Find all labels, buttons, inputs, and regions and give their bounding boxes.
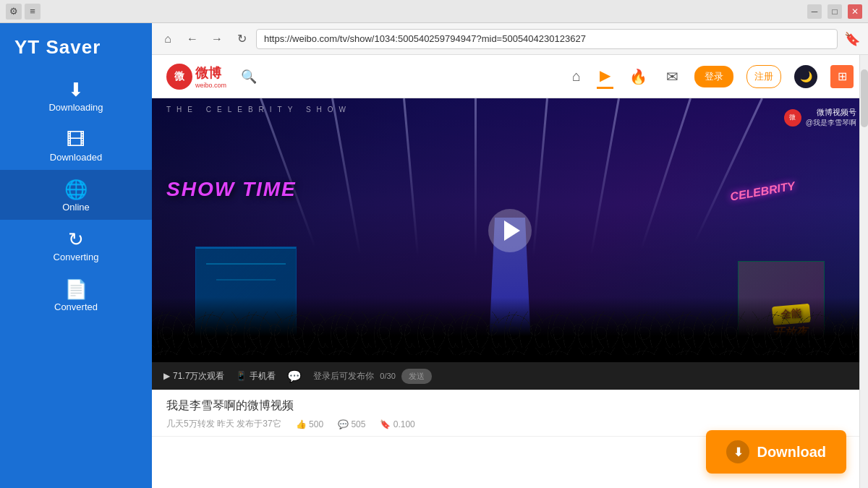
meta-shares: 几天5万转发 昨天 发布于37它	[166, 418, 281, 430]
video-watermark: 微 微博视频号 @我是李雪琴啊	[784, 107, 856, 128]
sidebar-item-converted[interactable]: 📄 Converted	[0, 270, 152, 320]
browser-toolbar: ⌂ ← → ↻ 🔖	[152, 23, 868, 55]
audience-silhouette	[152, 312, 868, 355]
mobile-view-text: 手机看	[250, 370, 276, 382]
sidebar-item-converting[interactable]: ↻ Converting	[0, 220, 152, 270]
convert-icon: ↻	[68, 230, 84, 249]
settings-icon[interactable]: ⚙	[6, 4, 22, 20]
bookmark-icon[interactable]: 🔖	[842, 29, 862, 49]
play-button[interactable]	[488, 209, 532, 252]
mobile-icon: 📱	[236, 371, 247, 381]
watermark-logo-icon: 微	[784, 109, 801, 127]
weibo-header: 微 微博 weibo.com 🔍 ⌂ ▶ 🔥 ✉ 登录 注册 🌙 ⊞	[152, 55, 868, 98]
beam-4	[475, 98, 477, 257]
weibo-hot-icon[interactable]: 🔥	[626, 65, 650, 88]
video-meta: 几天5万转发 昨天 发布于37它 👍 500 💬 505 🔖 0.100	[166, 418, 854, 430]
menu-icon[interactable]: ≡	[25, 4, 41, 20]
title-bar-icons: ⚙ ≡	[6, 4, 41, 20]
sidebar-downloaded-label: Downloaded	[50, 152, 102, 163]
download-arrow-icon: ⬇	[68, 80, 84, 99]
watermark-text-area: 微博视频号 @我是李雪琴啊	[806, 107, 856, 128]
sidebar-converted-label: Converted	[54, 301, 98, 312]
browser-area: ⌂ ← → ↻ 🔖 微 微博 weibo.com 🔍 ⌂	[152, 23, 868, 488]
home-button[interactable]: ⌂	[158, 29, 178, 49]
sidebar-item-downloaded[interactable]: 🎞 Downloaded	[0, 120, 152, 170]
scrollbar-track[interactable]	[859, 55, 868, 488]
weibo-search-icon[interactable]: 🔍	[241, 69, 257, 85]
watermark-line2: @我是李雪琴啊	[806, 118, 856, 128]
watermark-line1: 微博视频号	[806, 107, 856, 118]
play-count-icon: ▶	[163, 371, 170, 381]
close-button[interactable]: ✕	[848, 4, 862, 19]
play-triangle-icon	[504, 221, 520, 241]
film-icon: 🎞	[67, 130, 85, 149]
weibo-nav-icons: ⌂ ▶ 🔥 ✉ 登录 注册 🌙 ⊞	[569, 64, 854, 89]
forward-button[interactable]: →	[207, 29, 227, 49]
maximize-button[interactable]: □	[827, 4, 842, 19]
weibo-register-button[interactable]: 注册	[746, 65, 781, 88]
meta-bookmarks: 🔖 0.100	[380, 419, 414, 429]
comment-count: 0/30	[380, 372, 395, 380]
meta-comments: 💬 505	[338, 419, 365, 429]
weibo-home-icon[interactable]: ⌂	[569, 65, 584, 87]
download-button-label: Download	[757, 444, 826, 461]
title-bar: ⚙ ≡ ─ □ ✕	[0, 0, 868, 23]
sidebar-converting-label: Converting	[54, 252, 99, 262]
sidebar: YT Saver ⬇ Downloading 🎞 Downloaded 🌐 On…	[0, 23, 152, 488]
weibo-logo-icon: 微	[166, 64, 192, 90]
app-container: YT Saver ⬇ Downloading 🎞 Downloaded 🌐 On…	[0, 23, 868, 488]
show-time-text: SHOW TIME	[166, 178, 297, 201]
sidebar-item-online[interactable]: 🌐 Online	[0, 170, 152, 220]
weibo-sub-text: weibo.com	[195, 82, 226, 89]
show-title-text: THE CELEBRITY SHOW	[166, 106, 352, 114]
sidebar-online-label: Online	[62, 202, 90, 213]
weibo-logo-name: 微博 weibo.com	[195, 64, 226, 89]
app-logo: YT Saver	[0, 23, 152, 70]
minimize-button[interactable]: ─	[807, 4, 822, 19]
download-button[interactable]: ⬇ Download	[706, 430, 846, 474]
view-count: ▶ 71.7万次观看	[163, 370, 224, 382]
weibo-app-button[interactable]: ⊞	[830, 65, 854, 88]
meta-likes: 👍 500	[296, 419, 323, 429]
reaction-icon[interactable]: 💬	[287, 369, 302, 383]
audience-area	[152, 297, 868, 362]
globe-icon: 🌐	[64, 180, 88, 199]
weibo-mail-icon[interactable]: ✉	[663, 65, 681, 88]
sidebar-downloading-label: Downloading	[48, 102, 103, 113]
web-content: 微 微博 weibo.com 🔍 ⌂ ▶ 🔥 ✉ 登录 注册 🌙 ⊞	[152, 55, 868, 488]
download-button-icon: ⬇	[726, 440, 749, 463]
weibo-logo: 微 微博 weibo.com	[166, 64, 226, 90]
video-title: 我是李雪琴啊的微博视频	[166, 398, 854, 414]
weibo-theme-button[interactable]: 🌙	[794, 65, 817, 88]
address-bar[interactable]	[256, 29, 838, 49]
view-count-text: 71.7万次观看	[173, 370, 224, 382]
app-logo-text: YT Saver	[14, 36, 101, 58]
weibo-name-text: 微博	[195, 64, 226, 82]
refresh-button[interactable]: ↻	[231, 29, 252, 49]
weibo-play-icon[interactable]: ▶	[597, 64, 613, 89]
weibo-login-button[interactable]: 登录	[694, 66, 733, 87]
back-button[interactable]: ←	[182, 29, 203, 49]
video-controls-bar: ▶ 71.7万次观看 📱 手机看 💬 登录后可发布你 0/30 发送	[152, 362, 868, 390]
scrollbar-thumb[interactable]	[861, 69, 868, 127]
comment-placeholder-text: 登录后可发布你	[313, 370, 374, 382]
video-player[interactable]: THE CELEBRITY SHOW SHOW TIME	[152, 98, 868, 362]
document-icon: 📄	[64, 280, 88, 299]
mobile-view[interactable]: 📱 手机看	[236, 370, 276, 382]
send-button[interactable]: 发送	[401, 369, 432, 384]
sidebar-item-downloading[interactable]: ⬇ Downloading	[0, 70, 152, 120]
comment-section: 登录后可发布你 0/30 发送	[313, 369, 856, 384]
